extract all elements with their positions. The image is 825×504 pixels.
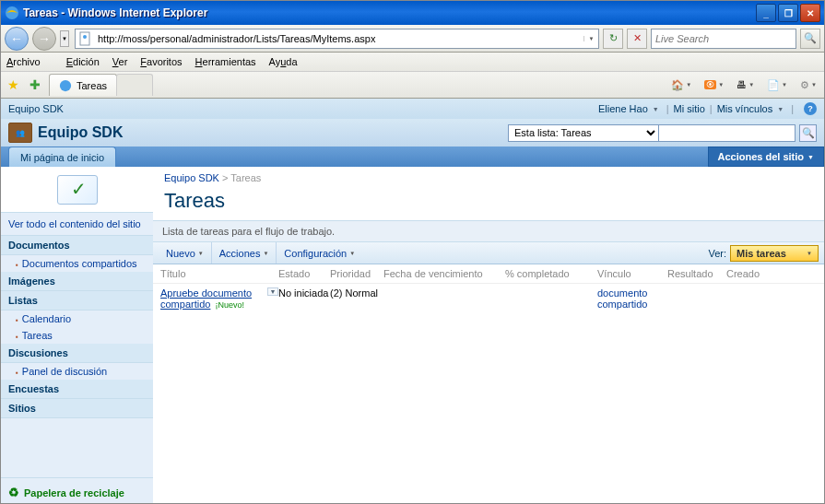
cell-estado: No iniciada bbox=[278, 287, 330, 310]
window-title: Tareas - Windows Internet Explorer bbox=[23, 6, 754, 19]
grid-header: Título Estado Prioridad Fecha de vencimi… bbox=[153, 264, 824, 284]
tab-home[interactable]: Mi página de inicio bbox=[8, 147, 116, 167]
topnav-tabs: Mi página de inicio Acciones del sitio▼ bbox=[1, 147, 824, 167]
nav-head-imagenes[interactable]: Imágenes bbox=[1, 272, 153, 291]
col-resultado[interactable]: Resultado bbox=[667, 268, 726, 279]
refresh-button[interactable]: ↻ bbox=[603, 29, 623, 49]
ie-icon bbox=[59, 79, 72, 92]
tools-button[interactable]: ⚙▼ bbox=[796, 77, 820, 93]
feeds-button[interactable]: ⦿▼ bbox=[701, 78, 727, 91]
site-breadcrumb[interactable]: Equipo SDK bbox=[8, 103, 64, 114]
col-prioridad[interactable]: Prioridad bbox=[330, 268, 383, 279]
menu-edicion[interactable]: Edición bbox=[66, 56, 100, 67]
url-input[interactable] bbox=[96, 31, 583, 46]
maximize-button[interactable]: ❐ bbox=[778, 4, 798, 22]
cell-pct bbox=[505, 287, 597, 310]
site-logo-icon: 👥 bbox=[8, 123, 32, 143]
stop-button[interactable]: ✕ bbox=[627, 29, 647, 49]
toolbar-acciones[interactable]: Acciones▼ bbox=[212, 242, 277, 264]
main-content: Equipo SDK > Tareas Tareas Lista de tare… bbox=[153, 167, 824, 504]
menu-ver[interactable]: Ver bbox=[112, 56, 128, 67]
list-icon-block bbox=[1, 167, 153, 213]
view-label: Ver: bbox=[708, 248, 730, 259]
view-all-content-link[interactable]: Ver todo el contenido del sitio bbox=[1, 213, 153, 236]
menu-archivo[interactable]: Archivo bbox=[6, 56, 53, 67]
nav-head-discusiones[interactable]: Discusiones bbox=[1, 344, 153, 363]
forward-button[interactable]: → bbox=[32, 27, 56, 51]
sharepoint-search-go[interactable]: 🔍 bbox=[799, 124, 817, 142]
toolbar-configuracion[interactable]: Configuración▼ bbox=[277, 242, 362, 264]
add-favorite-icon[interactable]: ✚ bbox=[27, 76, 43, 93]
minimize-button[interactable]: _ bbox=[756, 4, 776, 22]
recycle-bin-link[interactable]: Papelera de reciclaje bbox=[1, 477, 153, 504]
nav-item-calendario[interactable]: Calendario bbox=[1, 311, 153, 327]
vinculo-link[interactable]: documento compartido bbox=[597, 287, 647, 310]
tasks-list-icon bbox=[57, 175, 98, 205]
nav-head-listas[interactable]: Listas bbox=[1, 291, 153, 311]
row-menu-dropdown[interactable]: ▼ bbox=[267, 287, 278, 296]
search-box bbox=[651, 29, 796, 49]
col-vinculo[interactable]: Vínculo bbox=[597, 268, 667, 279]
window-titlebar: Tareas - Windows Internet Explorer _ ❐ ✕ bbox=[1, 1, 824, 25]
crumb-separator: > bbox=[222, 172, 228, 183]
menu-favoritos[interactable]: Favoritos bbox=[140, 56, 182, 67]
search-go-button[interactable]: 🔍 bbox=[800, 29, 820, 49]
sharepoint-topbar: Equipo SDK Eliene Hao▼ | Mi sitio | Mis … bbox=[1, 99, 824, 119]
back-button[interactable]: ← bbox=[5, 27, 29, 51]
nav-item-docs-compartidos[interactable]: Documentos compartidos bbox=[1, 255, 153, 272]
list-toolbar: Nuevo▼ Acciones▼ Configuración▼ Ver: Mis… bbox=[153, 242, 824, 264]
page-icon bbox=[78, 31, 93, 46]
close-button[interactable]: ✕ bbox=[800, 4, 820, 22]
menu-ayuda[interactable]: Ayuda bbox=[269, 56, 298, 67]
help-icon[interactable]: ? bbox=[804, 102, 817, 115]
cell-prioridad: (2) Normal bbox=[330, 287, 383, 310]
left-nav: Ver todo el contenido del sitio Document… bbox=[1, 167, 153, 504]
col-fecha[interactable]: Fecha de vencimiento bbox=[383, 268, 505, 279]
sharepoint-search-input[interactable] bbox=[659, 124, 796, 142]
tab-title: Tareas bbox=[77, 80, 107, 91]
col-pct[interactable]: % completado bbox=[505, 268, 597, 279]
print-button[interactable]: 🖶▼ bbox=[733, 77, 758, 92]
user-link[interactable]: Eliene Hao bbox=[598, 103, 648, 114]
cell-vinculo: documento compartido bbox=[597, 287, 667, 310]
browser-tab[interactable]: Tareas bbox=[49, 74, 117, 96]
toolbar-nuevo[interactable]: Nuevo▼ bbox=[159, 242, 212, 264]
view-selector[interactable]: Mis tareas▼ bbox=[730, 245, 819, 262]
nav-item-tareas[interactable]: Tareas bbox=[1, 327, 153, 344]
nav-head-documentos[interactable]: Documentos bbox=[1, 236, 153, 255]
cell-creado bbox=[726, 287, 817, 310]
new-tab-button[interactable] bbox=[116, 74, 153, 96]
crumb-site[interactable]: Equipo SDK bbox=[164, 172, 219, 183]
site-title: Equipo SDK bbox=[38, 124, 123, 141]
crumb-list: Tareas bbox=[230, 172, 261, 183]
page-title: Tareas bbox=[153, 189, 824, 220]
col-creado[interactable]: Creado bbox=[726, 268, 817, 279]
mylinks-link[interactable]: Mis vínculos bbox=[717, 103, 773, 114]
sharepoint-search: Esta lista: Tareas 🔍 bbox=[508, 124, 817, 142]
mysite-link[interactable]: Mi sitio bbox=[674, 103, 705, 114]
nav-item-panel-discusion[interactable]: Panel de discusión bbox=[1, 363, 153, 380]
favorites-star-icon[interactable]: ★ bbox=[5, 76, 21, 93]
col-titulo[interactable]: Título bbox=[160, 268, 278, 279]
search-scope-select[interactable]: Esta lista: Tareas bbox=[508, 124, 659, 142]
home-button[interactable]: 🏠▼ bbox=[667, 77, 695, 93]
address-box: ▼ bbox=[75, 29, 599, 49]
live-search-input[interactable] bbox=[652, 31, 796, 46]
table-row: Apruebe documento compartido ¡Nuevo! ▼ N… bbox=[153, 284, 824, 313]
list-grid: Título Estado Prioridad Fecha de vencimi… bbox=[153, 264, 824, 313]
menu-bar: Archivo Edición Ver Favoritos Herramient… bbox=[1, 53, 824, 71]
tab-row: ★ ✚ Tareas 🏠▼ ⦿▼ 🖶▼ 📄▼ ⚙▼ bbox=[1, 71, 824, 99]
cell-titulo: Apruebe documento compartido ¡Nuevo! ▼ bbox=[160, 287, 278, 310]
list-description: Lista de tareas para el flujo de trabajo… bbox=[153, 220, 824, 242]
page-button[interactable]: 📄▼ bbox=[763, 77, 791, 93]
address-bar-row: ← → ▼ ▼ ↻ ✕ 🔍 bbox=[1, 25, 824, 53]
menu-herramientas[interactable]: Herramientas bbox=[195, 56, 256, 67]
cell-resultado bbox=[667, 287, 726, 310]
col-estado[interactable]: Estado bbox=[278, 268, 330, 279]
nav-head-encuestas[interactable]: Encuestas bbox=[1, 380, 153, 399]
svg-point-3 bbox=[60, 79, 71, 90]
nav-history-dropdown[interactable]: ▼ bbox=[60, 30, 69, 47]
nav-head-sitios[interactable]: Sitios bbox=[1, 399, 153, 418]
site-actions-menu[interactable]: Acciones del sitio▼ bbox=[708, 147, 824, 167]
address-dropdown[interactable]: ▼ bbox=[583, 36, 598, 41]
